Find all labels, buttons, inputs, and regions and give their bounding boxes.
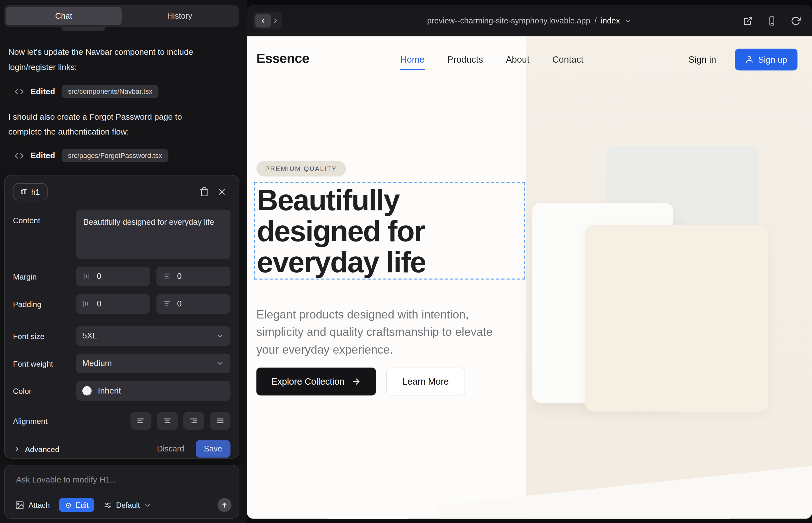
explore-collection-button[interactable]: Explore Collection	[256, 367, 376, 395]
chevron-down-icon	[216, 359, 224, 367]
padding-y-input[interactable]	[176, 299, 199, 309]
edit-label: Edit	[76, 501, 89, 509]
edit-target-icon	[65, 502, 72, 509]
attach-button[interactable]: Attach	[15, 500, 50, 509]
editor-header: tT h1	[13, 183, 231, 200]
align-right-icon	[189, 416, 198, 426]
element-tag-pill: tT h1	[13, 183, 48, 200]
nav-links: Home Products About Contact	[400, 36, 584, 83]
composer-toolbar: Attach Edit Default	[15, 498, 231, 512]
align-left-button[interactable]	[130, 412, 151, 430]
color-swatch	[82, 386, 91, 395]
padding-vertical-field[interactable]	[156, 294, 231, 314]
margin-label: Margin	[13, 272, 76, 281]
mode-label: Default	[116, 501, 140, 509]
padding-x-input[interactable]	[96, 299, 119, 309]
edited-label: Edited	[30, 151, 55, 160]
attach-label: Attach	[29, 501, 50, 509]
preview-url: preview--charming-site-symphony.lovable.…	[427, 16, 590, 25]
user-icon	[745, 55, 754, 64]
close-editor-button[interactable]	[213, 183, 231, 200]
nav-link-home[interactable]: Home	[400, 54, 424, 70]
font-size-value: 5XL	[82, 331, 97, 341]
font-weight-select[interactable]: Medium	[76, 354, 230, 373]
mode-select[interactable]: Default	[104, 501, 151, 509]
discard-button[interactable]: Discard	[157, 444, 184, 453]
lovable-app: Chat History Now let's update the Navbar…	[0, 0, 812, 523]
font-weight-row: Font weight Medium	[13, 354, 231, 373]
color-label: Color	[13, 386, 76, 395]
trash-icon	[199, 186, 209, 196]
margin-vertical-field[interactable]	[156, 267, 231, 286]
file-chip[interactable]: src/components/Navbar.tsx	[62, 85, 159, 98]
send-button[interactable]	[217, 498, 231, 512]
content-input[interactable]: Beautifully designed for everyday life	[76, 210, 230, 259]
element-editor-panel: tT h1 Content Beautifully designed for e…	[4, 175, 239, 459]
edited-file-row: Edited src/components/Navbar.tsx	[15, 85, 239, 98]
chevron-down-icon	[144, 502, 152, 509]
sign-up-label: Sign up	[758, 55, 787, 65]
decor-card-beige	[585, 225, 768, 412]
delete-element-button[interactable]	[195, 183, 213, 200]
hero-cta-row: Explore Collection Learn More	[256, 367, 464, 395]
padding-vertical-icon	[162, 300, 171, 308]
margin-horizontal-field[interactable]	[76, 267, 150, 286]
advanced-toggle[interactable]: Advanced	[13, 445, 59, 453]
site-logo[interactable]: Essence	[256, 51, 309, 67]
nav-link-contact[interactable]: Contact	[552, 54, 584, 65]
refresh-button[interactable]	[791, 16, 800, 26]
margin-x-input[interactable]	[96, 271, 119, 282]
align-center-icon	[162, 416, 172, 426]
align-justify-icon	[215, 416, 225, 426]
content-row: Content Beautifully designed for everyda…	[13, 210, 231, 259]
align-left-icon	[136, 416, 145, 426]
alignment-row: Alignment	[13, 412, 231, 430]
nav-auth: Sign in Sign up	[688, 49, 797, 71]
font-weight-label: Font weight	[13, 359, 76, 368]
preview-frame: preview--charming-site-symphony.lovable.…	[247, 5, 812, 519]
chat-input[interactable]	[15, 474, 224, 485]
selected-h1-outline[interactable]: Beautifully designed for everyday life	[254, 182, 525, 279]
nav-link-about[interactable]: About	[506, 54, 530, 65]
align-center-button[interactable]	[157, 412, 177, 430]
hero-paragraph: Elegant products designed with intention…	[256, 306, 506, 359]
preview-path: index	[601, 16, 620, 25]
sign-in-link[interactable]: Sign in	[688, 54, 716, 65]
chat-message: Now let's update the Navbar component to…	[8, 44, 211, 75]
sign-up-button[interactable]: Sign up	[735, 49, 797, 71]
padding-horizontal-icon	[82, 300, 91, 308]
nav-link-products[interactable]: Products	[447, 54, 483, 65]
mobile-view-button[interactable]	[767, 16, 777, 26]
color-select[interactable]: Inherit	[76, 381, 230, 401]
chat-composer: Attach Edit Default	[4, 465, 239, 519]
edited-label: Edited	[30, 87, 55, 96]
image-attach-icon	[15, 500, 24, 509]
code-icon	[15, 151, 24, 160]
margin-y-input[interactable]	[176, 271, 199, 282]
file-chip[interactable]: src/pages/ForgotPassword.tsx	[62, 149, 168, 162]
tab-bar: Chat History	[4, 5, 239, 27]
site-navbar: Essence Home Products About Contact Sign…	[247, 36, 812, 83]
hero-heading[interactable]: Beautifully designed for everyday life	[255, 183, 524, 278]
align-right-button[interactable]	[183, 412, 204, 430]
font-size-select[interactable]: 5XL	[76, 326, 230, 346]
chevron-down-icon	[624, 17, 632, 25]
color-value: Inherit	[98, 386, 121, 395]
tab-chat[interactable]: Chat	[6, 7, 122, 25]
premium-quality-badge: PREMIUM QUALITY	[256, 161, 346, 177]
save-button[interactable]: Save	[196, 440, 231, 458]
margin-vertical-icon	[162, 272, 171, 281]
browser-chrome: preview--charming-site-symphony.lovable.…	[247, 5, 812, 36]
learn-more-button[interactable]: Learn More	[386, 367, 465, 395]
padding-horizontal-field[interactable]	[76, 294, 150, 314]
open-external-button[interactable]	[743, 16, 753, 26]
url-bar[interactable]: preview--charming-site-symphony.lovable.…	[247, 5, 812, 36]
margin-horizontal-icon	[82, 272, 91, 281]
tab-history[interactable]: History	[122, 7, 237, 25]
align-justify-button[interactable]	[210, 412, 230, 430]
url-separator: /	[595, 16, 597, 25]
font-size-row: Font size 5XL	[13, 326, 231, 346]
chat-message-list: Now let's update the Navbar component to…	[0, 27, 247, 162]
edit-mode-button[interactable]: Edit	[59, 498, 94, 512]
chat-message: I should also create a Forgot Password p…	[8, 109, 211, 139]
